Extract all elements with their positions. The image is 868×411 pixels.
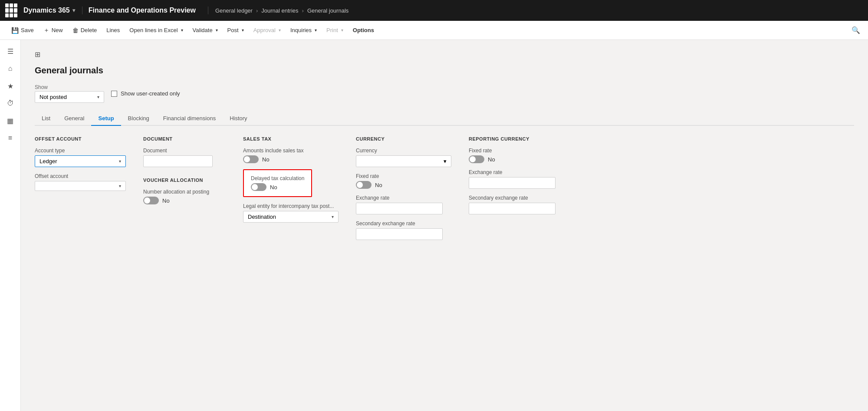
reporting-fixed-rate-value: No	[488, 156, 495, 163]
brand-text: Dynamics 365	[23, 7, 70, 14]
delayed-tax-toggle-row: No	[251, 183, 304, 191]
layout: ☰ ⌂ ★ ⏱ ▦ ≡ ⊞ General journals Show Not …	[0, 40, 868, 411]
sidebar-item-favorites[interactable]: ★	[3, 78, 18, 94]
reporting-fixed-rate-toggle[interactable]	[469, 155, 484, 163]
exchange-rate-input[interactable]	[356, 203, 443, 214]
number-allocation-toggle[interactable]	[143, 197, 159, 204]
show-section: Show Not posted ▾	[35, 84, 104, 103]
post-button[interactable]: Post	[223, 24, 248, 36]
legal-entity-label: Legal entity for intercompany tax post..…	[243, 203, 339, 209]
reporting-exchange-rate-input[interactable]	[469, 177, 556, 189]
brand[interactable]: Dynamics 365 ▾	[23, 7, 82, 14]
currency-fixed-rate-field: Fixed rate No	[356, 173, 451, 189]
waffle-menu[interactable]	[5, 3, 19, 17]
breadcrumb-general-ledger[interactable]: General ledger	[215, 7, 253, 14]
sidebar-item-home[interactable]: ⌂	[3, 61, 18, 76]
tab-history[interactable]: History	[223, 112, 254, 126]
top-nav: Dynamics 365 ▾ Finance and Operations Pr…	[0, 0, 868, 21]
app-name: Finance and Operations Preview	[89, 7, 208, 14]
validate-button[interactable]: Validate	[188, 24, 222, 36]
lines-button[interactable]: Lines	[102, 24, 124, 36]
show-dropdown-value: Not posted	[39, 94, 67, 100]
tab-general[interactable]: General	[57, 112, 91, 126]
approval-button[interactable]: Approval	[249, 24, 285, 36]
account-type-value: Ledger	[39, 158, 57, 164]
filter-bar: ⊞	[35, 50, 854, 59]
show-dropdown-arrow: ▾	[97, 95, 99, 99]
account-type-arrow: ▾	[119, 159, 121, 164]
sidebar-item-recent[interactable]: ⏱	[3, 95, 18, 111]
filter-icon[interactable]: ⊞	[35, 51, 40, 58]
tab-setup[interactable]: Setup	[91, 112, 121, 126]
page-title: General journals	[35, 66, 854, 76]
search-icon: 🔍	[852, 26, 860, 34]
delayed-tax-field: Delayed tax calculation No	[251, 175, 304, 191]
document-field: Document	[143, 148, 226, 167]
offset-account-dropdown[interactable]: ▾	[35, 181, 126, 191]
reporting-secondary-exchange-rate-field: Secondary exchange rate	[469, 195, 564, 214]
currency-fixed-rate-toggle-row: No	[356, 181, 451, 189]
exchange-rate-label: Exchange rate	[356, 195, 451, 201]
toolbar: 💾 Save ＋ New 🗑 Delete Lines Open lines i…	[0, 21, 868, 40]
tab-financial-dimensions[interactable]: Financial dimensions	[156, 112, 223, 126]
currency-fixed-rate-value: No	[375, 182, 382, 188]
add-icon: ＋	[43, 26, 49, 34]
currency-title: CURRENCY	[356, 136, 451, 141]
options-button[interactable]: Options	[349, 24, 378, 36]
tab-list[interactable]: List	[35, 112, 57, 126]
number-allocation-label: Number allocation at posting	[143, 189, 226, 195]
open-lines-button[interactable]: Open lines in Excel	[125, 24, 187, 36]
show-row: Show Not posted ▾ Show user-created only	[35, 84, 854, 103]
secondary-exchange-rate-field: Secondary exchange rate	[356, 220, 451, 240]
breadcrumb-current: General journals	[307, 7, 349, 14]
breadcrumb-journal-entries[interactable]: Journal entries	[261, 7, 298, 14]
sidebar-item-modules[interactable]: ≡	[3, 130, 18, 146]
document-input[interactable]	[143, 155, 213, 167]
account-type-label: Account type	[35, 148, 126, 154]
inquiries-button[interactable]: Inquiries	[286, 24, 321, 36]
legal-entity-arrow: ▾	[332, 214, 334, 219]
document-label: Document	[143, 148, 226, 154]
currency-dropdown[interactable]: ▾	[356, 155, 451, 167]
reporting-exchange-rate-field: Exchange rate	[469, 169, 564, 189]
currency-fixed-rate-toggle[interactable]	[356, 181, 372, 189]
reporting-secondary-exchange-rate-input[interactable]	[469, 203, 556, 214]
search-button[interactable]: 🔍	[851, 25, 861, 36]
save-button[interactable]: 💾 Save	[7, 24, 38, 36]
show-user-created-label: Show user-created only	[121, 90, 180, 97]
exchange-rate-field: Exchange rate	[356, 195, 451, 214]
delayed-tax-value: No	[270, 184, 277, 191]
content-grid: OFFSET ACCOUNT Account type Ledger ▾ Off…	[35, 136, 854, 246]
reporting-fixed-rate-field: Fixed rate No	[469, 148, 564, 163]
tab-blocking[interactable]: Blocking	[121, 112, 156, 126]
breadcrumb-sep-2: ›	[302, 7, 304, 14]
save-icon: 💾	[11, 27, 19, 34]
currency-field: Currency ▾	[356, 148, 451, 167]
number-allocation-field: Number allocation at posting No	[143, 189, 226, 204]
show-dropdown[interactable]: Not posted ▾	[35, 91, 104, 103]
show-user-created-row: Show user-created only	[111, 90, 180, 97]
print-button[interactable]: Print	[322, 24, 348, 36]
show-label: Show	[35, 84, 104, 90]
offset-account-title: OFFSET ACCOUNT	[35, 136, 126, 141]
account-type-dropdown[interactable]: Ledger ▾	[35, 155, 126, 167]
document-section: DOCUMENT Document VOUCHER ALLOCATION Num…	[143, 136, 226, 246]
number-allocation-value: No	[162, 197, 170, 204]
sidebar-item-hamburger[interactable]: ☰	[3, 43, 18, 59]
legal-entity-dropdown[interactable]: Destination ▾	[243, 211, 339, 223]
new-button[interactable]: ＋ New	[39, 24, 67, 37]
currency-label: Currency	[356, 148, 451, 154]
sidebar-item-workspaces[interactable]: ▦	[3, 113, 18, 128]
document-title: DOCUMENT	[143, 136, 226, 141]
breadcrumb-sep-1: ›	[256, 7, 258, 14]
amounts-include-toggle-row: No	[243, 155, 339, 163]
offset-account-section: OFFSET ACCOUNT Account type Ledger ▾ Off…	[35, 136, 126, 246]
delete-button[interactable]: 🗑 Delete	[68, 24, 102, 36]
amounts-include-toggle[interactable]	[243, 155, 259, 163]
show-user-created-checkbox[interactable]	[111, 91, 117, 97]
secondary-exchange-rate-input[interactable]	[356, 228, 443, 240]
delayed-tax-toggle[interactable]	[251, 183, 266, 191]
currency-arrow: ▾	[444, 158, 447, 164]
legal-entity-field: Legal entity for intercompany tax post..…	[243, 203, 339, 223]
reporting-exchange-rate-label: Exchange rate	[469, 169, 564, 175]
